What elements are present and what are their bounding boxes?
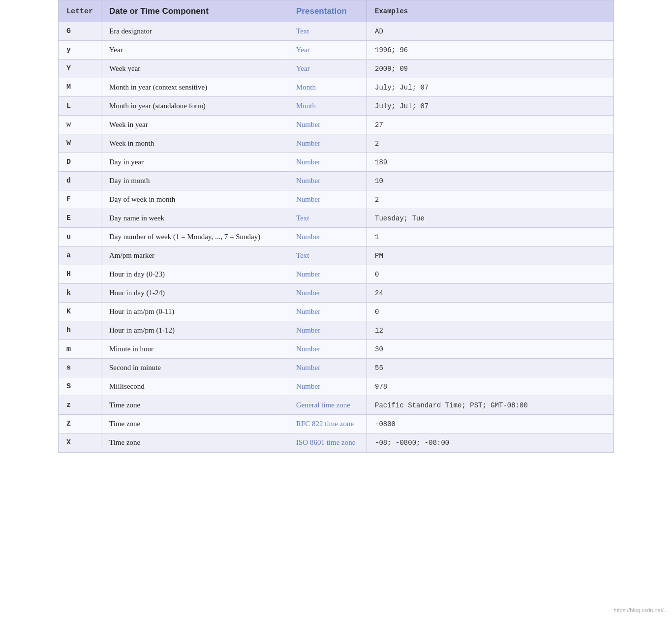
header-letter: Letter bbox=[59, 0, 101, 22]
cell-component: Hour in am/pm (0-11) bbox=[101, 303, 288, 321]
cell-letter: F bbox=[59, 190, 101, 209]
cell-letter: w bbox=[59, 116, 101, 134]
date-format-table: Letter Date or Time Component Presentati… bbox=[59, 0, 613, 452]
cell-component: Hour in day (1-24) bbox=[101, 284, 288, 303]
cell-examples: 2 bbox=[367, 190, 613, 209]
cell-letter: s bbox=[59, 359, 101, 377]
cell-component: Time zone bbox=[101, 396, 288, 415]
table-row: KHour in am/pm (0-11)Number0 bbox=[59, 303, 613, 321]
header-presentation: Presentation bbox=[288, 0, 367, 22]
cell-component: Hour in day (0-23) bbox=[101, 265, 288, 284]
cell-letter: K bbox=[59, 303, 101, 321]
table-row: aAm/pm markerTextPM bbox=[59, 247, 613, 265]
cell-presentation: ISO 8601 time zone bbox=[288, 433, 367, 452]
cell-examples: 2009; 09 bbox=[367, 60, 613, 78]
table-row: LMonth in year (standalone form)MonthJul… bbox=[59, 97, 613, 116]
cell-presentation: Number bbox=[288, 116, 367, 134]
cell-presentation: Number bbox=[288, 190, 367, 209]
cell-component: Day in month bbox=[101, 172, 288, 190]
date-format-table-container: Letter Date or Time Component Presentati… bbox=[58, 0, 614, 453]
cell-presentation: Year bbox=[288, 41, 367, 60]
cell-letter: M bbox=[59, 78, 101, 97]
table-row: XTime zoneISO 8601 time zone-08; -0800; … bbox=[59, 433, 613, 452]
cell-examples: 978 bbox=[367, 377, 613, 396]
table-row: zTime zoneGeneral time zonePacific Stand… bbox=[59, 396, 613, 415]
table-row: mMinute in hourNumber30 bbox=[59, 340, 613, 359]
cell-letter: k bbox=[59, 284, 101, 303]
cell-letter: S bbox=[59, 377, 101, 396]
cell-letter: Y bbox=[59, 60, 101, 78]
cell-component: Hour in am/pm (1-12) bbox=[101, 321, 288, 340]
table-body: GEra designatorTextADyYearYear1996; 96YW… bbox=[59, 22, 613, 452]
table-row: ZTime zoneRFC 822 time zone-0800 bbox=[59, 415, 613, 433]
cell-letter: E bbox=[59, 209, 101, 228]
cell-presentation: Number bbox=[288, 265, 367, 284]
cell-presentation: Number bbox=[288, 228, 367, 247]
cell-examples: July; Jul; 07 bbox=[367, 97, 613, 116]
cell-examples: 27 bbox=[367, 116, 613, 134]
cell-component: Era designator bbox=[101, 22, 288, 41]
cell-presentation: Month bbox=[288, 78, 367, 97]
cell-letter: H bbox=[59, 265, 101, 284]
cell-examples: 12 bbox=[367, 321, 613, 340]
table-row: HHour in day (0-23)Number0 bbox=[59, 265, 613, 284]
table-row: GEra designatorTextAD bbox=[59, 22, 613, 41]
cell-component: Day in year bbox=[101, 153, 288, 172]
cell-component: Time zone bbox=[101, 433, 288, 452]
cell-presentation: Number bbox=[288, 134, 367, 153]
cell-letter: z bbox=[59, 396, 101, 415]
table-row: hHour in am/pm (1-12)Number12 bbox=[59, 321, 613, 340]
cell-presentation: Number bbox=[288, 172, 367, 190]
cell-examples: AD bbox=[367, 22, 613, 41]
cell-letter: W bbox=[59, 134, 101, 153]
cell-presentation: Number bbox=[288, 359, 367, 377]
table-row: sSecond in minuteNumber55 bbox=[59, 359, 613, 377]
table-row: kHour in day (1-24)Number24 bbox=[59, 284, 613, 303]
cell-component: Day name in week bbox=[101, 209, 288, 228]
cell-examples: 2 bbox=[367, 134, 613, 153]
cell-component: Month in year (context sensitive) bbox=[101, 78, 288, 97]
cell-examples: July; Jul; 07 bbox=[367, 78, 613, 97]
cell-examples: 1 bbox=[367, 228, 613, 247]
table-row: wWeek in yearNumber27 bbox=[59, 116, 613, 134]
cell-examples: Pacific Standard Time; PST; GMT-08:00 bbox=[367, 396, 613, 415]
cell-component: Year bbox=[101, 41, 288, 60]
cell-examples: 0 bbox=[367, 265, 613, 284]
header-component: Date or Time Component bbox=[101, 0, 288, 22]
table-row: SMillisecondNumber978 bbox=[59, 377, 613, 396]
cell-component: Time zone bbox=[101, 415, 288, 433]
table-header-row: Letter Date or Time Component Presentati… bbox=[59, 0, 613, 22]
cell-examples: 0 bbox=[367, 303, 613, 321]
cell-presentation: Number bbox=[288, 321, 367, 340]
cell-examples: 1996; 96 bbox=[367, 41, 613, 60]
cell-component: Am/pm marker bbox=[101, 247, 288, 265]
cell-presentation: Number bbox=[288, 377, 367, 396]
table-row: DDay in yearNumber189 bbox=[59, 153, 613, 172]
cell-component: Second in minute bbox=[101, 359, 288, 377]
table-row: yYearYear1996; 96 bbox=[59, 41, 613, 60]
cell-letter: m bbox=[59, 340, 101, 359]
cell-letter: u bbox=[59, 228, 101, 247]
cell-component: Day number of week (1 = Monday, ..., 7 =… bbox=[101, 228, 288, 247]
cell-letter: L bbox=[59, 97, 101, 116]
cell-presentation: Number bbox=[288, 153, 367, 172]
cell-letter: Z bbox=[59, 415, 101, 433]
table-row: WWeek in monthNumber2 bbox=[59, 134, 613, 153]
cell-examples: Tuesday; Tue bbox=[367, 209, 613, 228]
cell-letter: X bbox=[59, 433, 101, 452]
cell-examples: 189 bbox=[367, 153, 613, 172]
cell-component: Week in year bbox=[101, 116, 288, 134]
cell-presentation: Year bbox=[288, 60, 367, 78]
cell-presentation: RFC 822 time zone bbox=[288, 415, 367, 433]
cell-presentation: Number bbox=[288, 303, 367, 321]
table-row: MMonth in year (context sensitive)MonthJ… bbox=[59, 78, 613, 97]
cell-letter: h bbox=[59, 321, 101, 340]
cell-component: Week in month bbox=[101, 134, 288, 153]
cell-presentation: Month bbox=[288, 97, 367, 116]
table-row: uDay number of week (1 = Monday, ..., 7 … bbox=[59, 228, 613, 247]
cell-presentation: Number bbox=[288, 284, 367, 303]
cell-presentation: Text bbox=[288, 22, 367, 41]
header-examples: Examples bbox=[367, 0, 613, 22]
cell-component: Month in year (standalone form) bbox=[101, 97, 288, 116]
table-row: EDay name in weekTextTuesday; Tue bbox=[59, 209, 613, 228]
